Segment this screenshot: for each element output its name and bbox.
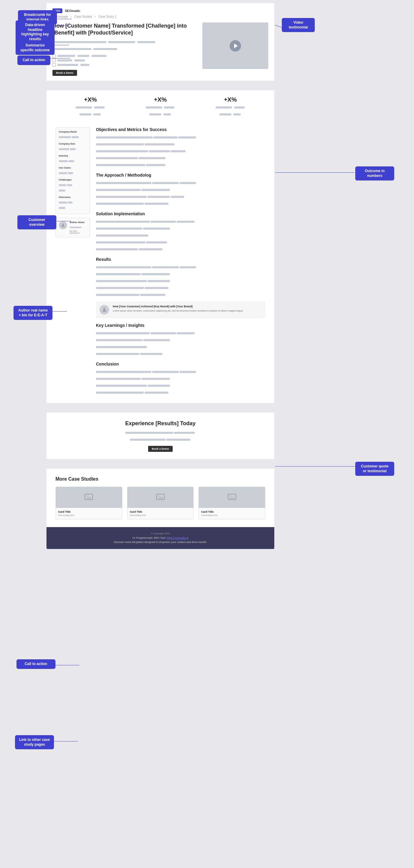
- annotation-outcome-numbers: Outcome in numbers: [355, 166, 394, 181]
- svg-rect-8: [228, 494, 236, 499]
- svg-point-0: [62, 223, 64, 225]
- logo-text: SEOmatic: [65, 9, 81, 12]
- svg-point-7: [158, 495, 159, 497]
- play-button[interactable]: [230, 40, 241, 52]
- desc-lines-2: [53, 46, 197, 52]
- breadcrumb-nav[interactable]: Homepage › Case Studies › Case Study 1: [53, 15, 268, 18]
- section-gap-3: [46, 459, 274, 469]
- svg-marker-6: [158, 497, 163, 499]
- stat-desc-1b: [75, 112, 105, 117]
- main-card: SEO SEOmatic Homepage › Case Studies › C…: [46, 3, 274, 549]
- results-text: [96, 265, 265, 298]
- card-info-3: Card Title Secondary text: [199, 508, 265, 519]
- main-content: Objectives and Metrics for Success The A…: [96, 127, 265, 397]
- card-title-3: Card Title: [201, 510, 263, 513]
- card-thumb-2: [127, 487, 194, 508]
- annotation-customer-quote: Customer quote or testimonial: [355, 462, 394, 476]
- annotation-data-driven: Data-driven headline highlighting key re…: [15, 21, 55, 44]
- card-info-2: Card Title Secondary text: [127, 508, 194, 519]
- author-bio: bio field: DD/MM/YY: [69, 230, 87, 234]
- cta-section: Experience [Results] Today Book a Demo: [46, 413, 274, 459]
- check-row-2: [53, 59, 197, 62]
- case-card-3[interactable]: Card Title Secondary text: [198, 487, 265, 519]
- stat-desc-3b: [216, 112, 245, 117]
- play-icon: [234, 43, 238, 48]
- section-solution-title: Solution Implementation: [96, 211, 265, 216]
- cta-bottom-button[interactable]: Book a Demo: [148, 446, 173, 452]
- card-thumb-3: [199, 487, 265, 508]
- ov-use-cases-label: Use Cases: [59, 166, 87, 169]
- stat-desc-1: [75, 105, 105, 110]
- quote-content: How [Your Customer] Achieved [Key Result…: [113, 305, 244, 312]
- stat-desc-2: [146, 105, 175, 110]
- stat-desc-2b: [146, 112, 175, 117]
- ov-company-name-label: Company Name: [59, 130, 87, 133]
- author-info: Author Name bio field: DD/MM/YY: [69, 221, 87, 234]
- card-info-1: Card Title Secondary text: [56, 508, 122, 519]
- case-card-1[interactable]: Card Title Secondary text: [56, 487, 122, 519]
- section-objectives-title: Objectives and Metrics for Success: [96, 127, 265, 132]
- ov-challenges-label: Challenges: [59, 178, 87, 181]
- card-title-2: Card Title: [130, 510, 191, 513]
- header-section: SEO SEOmatic Homepage › Case Studies › C…: [46, 3, 274, 81]
- svg-point-4: [87, 495, 88, 497]
- approach-text: [96, 181, 265, 207]
- video-thumbnail[interactable]: [202, 23, 268, 69]
- breadcrumb-sep-2: ›: [95, 15, 96, 18]
- svg-rect-2: [85, 494, 93, 499]
- checkbox-2: [53, 59, 56, 62]
- ov-company-size-label: Company Size: [59, 143, 87, 145]
- overview-sidebar: Company Name Company Size Industry Use C…: [56, 127, 90, 397]
- author-card: Author Name bio field: DD/MM/YY: [56, 218, 90, 238]
- stat-value-1: +X%: [75, 96, 105, 103]
- author-avatar: [59, 221, 67, 229]
- hero-text: How [Customer Name] Transformed [Challen…: [53, 23, 197, 76]
- footer-tagline: Discover more templates designed to empo…: [53, 540, 268, 544]
- content-section: Company Name Company Size Industry Use C…: [46, 127, 274, 403]
- quote-block: How [Your Customer] Achieved [Key Result…: [96, 301, 265, 318]
- desc-lines-1: [53, 39, 197, 45]
- svg-marker-9: [230, 497, 235, 499]
- cards-row: Card Title Secondary text Card Title Sec…: [56, 487, 265, 519]
- footer-headline: #1 Programmatic SEO Tool: https://seomat…: [53, 536, 268, 540]
- card-thumb-1: [56, 487, 122, 508]
- card-sub-1: Secondary text: [58, 514, 120, 517]
- footer-copyright: © Copyright 2024: [53, 532, 268, 536]
- objectives-text: [96, 135, 265, 168]
- breadcrumb-casestudies[interactable]: Case Studies: [74, 15, 92, 18]
- stat-value-3: +X%: [216, 96, 245, 103]
- svg-point-10: [230, 495, 231, 497]
- check-row-1: [53, 54, 197, 58]
- card-sub-3: Secondary text: [201, 514, 263, 517]
- section-approach-title: The Approach / Methodolog: [96, 173, 265, 178]
- annotation-cta-top: Call to action: [18, 56, 51, 65]
- annotation-link-case-studies: Link to other case study pages: [15, 735, 54, 749]
- case-card-2[interactable]: Card Title Secondary text: [127, 487, 194, 519]
- hero-cta-button[interactable]: Book a Demo: [53, 70, 77, 76]
- svg-marker-3: [87, 497, 92, 499]
- card-title-1: Card Title: [58, 510, 120, 513]
- hero-layout: How [Customer Name] Transformed [Challen…: [53, 23, 268, 76]
- footer-link[interactable]: https://seomatic.ai: [167, 536, 189, 539]
- annotation-cta-bottom: Call to action: [17, 659, 56, 669]
- stats-row: +X% +X%: [56, 96, 265, 119]
- annotation-customer-overview: Customer overview: [18, 215, 56, 229]
- stat-item-3: +X%: [216, 96, 245, 119]
- overview-card: Company Name Company Size Industry Use C…: [56, 127, 90, 214]
- stat-item-2: +X%: [146, 96, 175, 119]
- stat-item-1: +X%: [75, 96, 105, 119]
- breadcrumb-sep-1: ›: [71, 15, 72, 18]
- cta-main-title: Experience [Results] Today: [56, 421, 265, 427]
- more-title: More Case Studies: [56, 476, 265, 482]
- breadcrumb-current: Case Study 1: [98, 15, 116, 18]
- section-gap-2: [46, 403, 274, 412]
- stats-section: +X% +X%: [46, 90, 274, 127]
- quote-avatar: [99, 305, 109, 314]
- solution-text: [96, 219, 265, 252]
- section-gap-1: [46, 81, 274, 90]
- stat-value-2: +X%: [146, 96, 175, 103]
- svg-point-1: [103, 308, 105, 310]
- section-results-title: Results: [96, 257, 265, 262]
- annotation-summarize: Summarize specific outcome: [15, 41, 55, 55]
- hero-title: How [Customer Name] Transformed [Challen…: [53, 23, 197, 37]
